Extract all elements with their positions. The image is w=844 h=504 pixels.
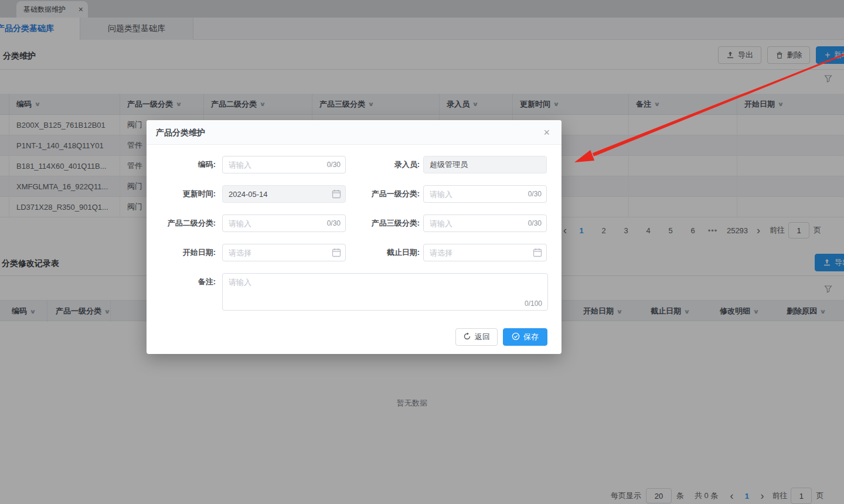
start-date-field xyxy=(222,244,346,261)
save-button[interactable]: 保存 xyxy=(503,328,547,346)
dialog-title: 产品分类维护 xyxy=(156,120,205,145)
calendar-icon xyxy=(533,248,542,257)
remark-label: 备注: xyxy=(147,273,216,291)
operator-input xyxy=(423,156,547,173)
level3-field: 0/30 xyxy=(423,214,547,232)
app-window: 基础数据维护 × 产品分类基础库 问题类型基础库 分类维护 导出 删除 + 新增 xyxy=(0,0,844,504)
end-date-input[interactable] xyxy=(423,244,547,261)
code-label: 编码: xyxy=(147,156,216,173)
update-time-field xyxy=(222,185,346,203)
start-date-label: 开始日期: xyxy=(147,244,216,261)
update-time-label: 更新时间: xyxy=(147,185,216,203)
start-date-input[interactable] xyxy=(222,244,346,261)
back-label: 返回 xyxy=(475,332,490,342)
end-date-field xyxy=(423,244,547,261)
update-time-input xyxy=(222,185,346,203)
check-circle-icon xyxy=(512,332,520,342)
end-date-label: 截止日期: xyxy=(332,244,420,261)
refresh-icon xyxy=(463,332,471,342)
operator-field xyxy=(423,156,547,173)
level1-field: 0/30 xyxy=(423,185,547,203)
close-dialog-icon[interactable]: × xyxy=(543,120,550,145)
operator-label: 录入员: xyxy=(332,156,420,173)
level2-field: 0/30 xyxy=(222,214,346,232)
level3-label: 产品三级分类: xyxy=(332,214,420,232)
char-counter: 0/30 xyxy=(528,185,542,203)
back-button[interactable]: 返回 xyxy=(455,328,498,346)
remark-field: 0/100 xyxy=(222,273,548,311)
char-counter: 0/30 xyxy=(528,214,542,232)
category-maintenance-dialog: 产品分类维护 × 编码: 0/30 录入员: 更新时间: 产品一级分类: 0/3… xyxy=(147,120,561,354)
level1-label: 产品一级分类: xyxy=(332,185,420,203)
save-label: 保存 xyxy=(523,332,539,342)
dialog-header: 产品分类维护 × xyxy=(147,120,561,145)
code-field: 0/30 xyxy=(222,156,346,173)
remark-input[interactable] xyxy=(222,273,548,311)
char-counter: 0/100 xyxy=(525,299,542,308)
level2-label: 产品二级分类: xyxy=(147,214,216,232)
